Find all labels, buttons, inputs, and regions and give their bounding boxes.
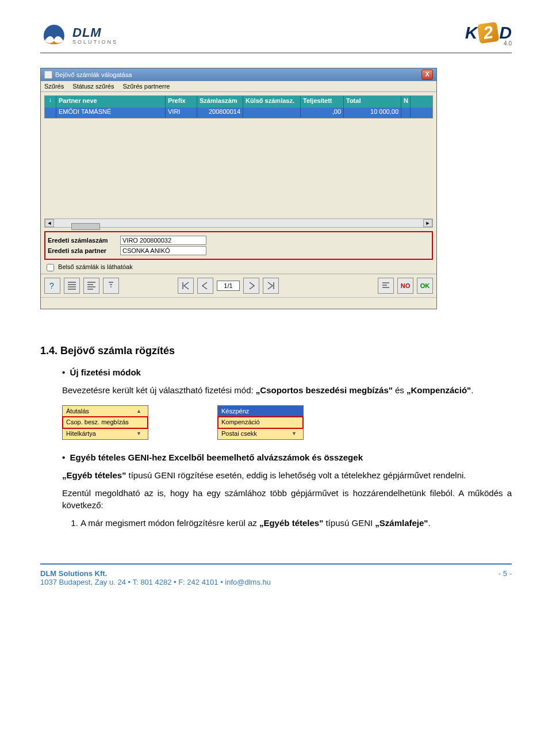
cell-partner: EMŐDI TAMÁSNÉ	[56, 108, 166, 118]
cell-prefix: VIRI	[166, 108, 197, 118]
menu-statusz-szures[interactable]: Státusz szűrés	[72, 83, 114, 90]
scroll-thumb[interactable]	[71, 223, 100, 230]
header-divider	[40, 52, 512, 53]
k2d-k: K	[465, 23, 478, 42]
logo-dlm: DLM SOLUTIONS	[40, 24, 118, 47]
checkbox-label: Belső számlák is láthatóak	[58, 263, 133, 270]
toolbar-list1-button[interactable]	[64, 278, 80, 294]
footer-contact: 1037 Budapest, Zay u. 24 • T: 801 4282 •…	[40, 578, 271, 586]
toolbar-filter-button[interactable]	[103, 278, 119, 294]
subsection-uj-fizetesi: • Új fizetési módok	[62, 366, 512, 378]
page-header: DLM SOLUTIONS K2D 4.0	[40, 23, 512, 47]
logo-k2d: K2D 4.0	[465, 23, 512, 47]
grid-header: ↓ Partner neve Prefix Számlaszám Külső s…	[45, 96, 432, 108]
footer-divider	[40, 563, 512, 565]
screenshot-window: Bejövő számlák válogatása X Szűrés Státu…	[40, 68, 437, 309]
dropdown-left: Átutalás▲ Csop. besz. megbízás Hitelkárt…	[62, 405, 148, 440]
invoices-grid[interactable]: ↓ Partner neve Prefix Számlaszám Külső s…	[44, 95, 433, 118]
toolbar-help-button[interactable]: ?	[44, 278, 60, 294]
input-eredeti-szla-partner[interactable]	[120, 246, 206, 255]
option-csop-besz[interactable]: Csop. besz. megbízás	[63, 417, 148, 428]
footer-page-number: - 5 -	[499, 569, 512, 586]
checkbox-belso-szamlak[interactable]	[47, 264, 54, 271]
label-eredeti-szamlaszam: Eredeti számlaszám	[48, 237, 117, 244]
toolbar-next-button[interactable]	[243, 278, 259, 294]
highlighted-form-area: Eredeti számlaszám Eredeti szla partner	[44, 231, 433, 260]
toolbar-prev-button[interactable]	[197, 278, 213, 294]
col-partner-neve[interactable]: Partner neve	[56, 96, 166, 108]
window-menubar: Szűrés Státusz szűrés Szűrés partnerre	[41, 81, 436, 92]
dropdown-right: Készpénz Kompenzáció Postai csekk▼	[217, 405, 304, 440]
svg-text:?: ?	[49, 281, 54, 290]
window-title: Bejövő számlák válogatása	[55, 71, 132, 78]
close-button[interactable]: X	[421, 70, 433, 80]
col-szamlaszam[interactable]: Számlaszám	[197, 96, 243, 108]
dropdown-screenshots: Átutalás▲ Csop. besz. megbízás Hitelkárt…	[62, 405, 512, 440]
grid-row[interactable]: EMŐDI TAMÁSNÉ VIRI 200800014 ,00 10 000,…	[45, 108, 432, 118]
dlm-subtitle: SOLUTIONS	[72, 39, 118, 45]
toolbar-last-button[interactable]	[263, 278, 279, 294]
footer-company: DLM Solutions Kft.	[40, 569, 271, 578]
toolbar-first-button[interactable]	[178, 278, 194, 294]
menu-szures[interactable]: Szűrés	[44, 83, 64, 90]
section-heading: 1.4. Bejövő számla rögzítés	[40, 344, 512, 358]
option-postai-csekk[interactable]: Postai csekk▼	[218, 428, 303, 439]
paragraph-geni1: „Egyéb tételes" típusú GENI rögzítése es…	[62, 469, 512, 481]
dlm-name: DLM	[72, 25, 102, 40]
toolbar-ok-button[interactable]: OK	[417, 278, 433, 294]
cell-total: 10 000,00	[344, 108, 401, 118]
col-total[interactable]: Total	[344, 96, 401, 108]
scroll-down-icon[interactable]: ▼	[292, 430, 300, 438]
subsection-egyeb-teteles: • Egyéb tételes GENI-hez Excelből beemel…	[62, 451, 512, 463]
option-hitelkartya[interactable]: Hitelkártya▼	[63, 428, 148, 439]
page-footer: DLM Solutions Kft. 1037 Budapest, Zay u.…	[40, 563, 512, 586]
col-n[interactable]: N	[401, 96, 411, 108]
scroll-up-icon[interactable]: ▲	[136, 408, 144, 415]
numbered-list: A már megismert módon felrögzítésre kerü…	[80, 517, 512, 529]
k2d-2-badge: 2	[477, 22, 499, 44]
menu-szures-partnerre[interactable]: Szűrés partnerre	[123, 83, 170, 90]
cell-szamlaszam: 200800014	[197, 108, 243, 118]
window-toolbar: ? 1/1 NO OK	[41, 274, 436, 297]
dlm-swirl-icon	[40, 24, 68, 47]
list-item-1: A már megismert módon felrögzítésre kerü…	[80, 517, 512, 529]
scroll-left-arrow[interactable]: ◄	[45, 219, 54, 227]
cell-teljesitett: ,00	[301, 108, 344, 118]
toolbar-pager: 1/1	[217, 281, 240, 291]
option-kompenzacio[interactable]: Kompenzáció	[218, 417, 303, 428]
col-kulso-szamlasz[interactable]: Külső számlasz.	[243, 96, 301, 108]
input-eredeti-szamlaszam[interactable]	[120, 236, 206, 245]
paragraph-geni2: Ezentúl megoldható az is, hogy ha egy sz…	[62, 487, 512, 511]
scroll-right-arrow[interactable]: ►	[423, 219, 432, 227]
option-atutalas[interactable]: Átutalás▲	[63, 406, 148, 417]
col-prefix[interactable]: Prefix	[166, 96, 197, 108]
toolbar-align-button[interactable]	[378, 278, 394, 294]
sort-indicator[interactable]: ↓	[45, 96, 56, 108]
scroll-down-icon[interactable]: ▼	[136, 430, 144, 438]
k2d-d: D	[499, 23, 512, 42]
paragraph-intro: Bevezetésre került két új választható fi…	[62, 384, 512, 396]
toolbar-list2-button[interactable]	[83, 278, 99, 294]
cell-kulso	[243, 108, 301, 118]
col-teljesitett[interactable]: Teljesített	[301, 96, 344, 108]
window-titlebar: Bejövő számlák válogatása X	[41, 68, 436, 81]
horizontal-scrollbar[interactable]: ◄ ►	[44, 218, 433, 228]
toolbar-no-button[interactable]: NO	[397, 278, 413, 294]
label-eredeti-szla-partner: Eredeti szla partner	[48, 247, 117, 254]
option-keszpenz[interactable]: Készpénz	[218, 406, 303, 417]
document-body: 1.4. Bejövő számla rögzítés • Új fizetés…	[40, 344, 512, 529]
window-app-icon	[44, 71, 52, 79]
